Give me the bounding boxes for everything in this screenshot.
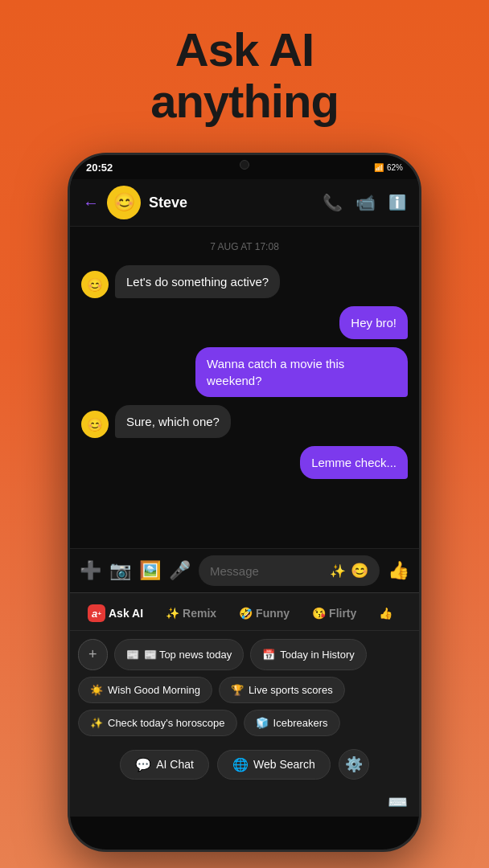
remix-icon: ✨ bbox=[166, 607, 179, 620]
emoji-picker-icon[interactable]: 😊 bbox=[351, 562, 368, 579]
tab-more[interactable]: 👍 bbox=[369, 602, 402, 624]
gear-icon: ⚙️ bbox=[345, 755, 363, 773]
tab-remix[interactable]: ✨ Remix bbox=[156, 602, 226, 624]
tab-flirty[interactable]: 😘 Flirty bbox=[302, 602, 366, 624]
image-icon[interactable]: 🖼️ bbox=[139, 560, 161, 581]
send-button[interactable]: 👍 bbox=[388, 560, 409, 581]
funny-icon: 🤣 bbox=[239, 607, 253, 620]
phone-side-button bbox=[420, 316, 421, 364]
chip-horoscope[interactable]: ✨ Check today's horoscope bbox=[78, 710, 237, 736]
msg-avatar: 😊 bbox=[81, 411, 109, 438]
more-icon: 👍 bbox=[379, 607, 392, 620]
contact-name: Steve bbox=[149, 194, 187, 211]
chip-row-3: ✨ Check today's horoscope 🧊 Icebreakers bbox=[78, 710, 411, 736]
message-row: 😊 Let's do something active? bbox=[81, 265, 408, 298]
chip-row-2: ☀️ Wish Good Morning 🏆 Live sports score… bbox=[78, 677, 411, 703]
status-bar: 20:52 📶 62% bbox=[70, 155, 419, 179]
add-icon[interactable]: ➕ bbox=[80, 560, 101, 581]
mic-icon[interactable]: 🎤 bbox=[169, 560, 191, 581]
news-icon: 📰 bbox=[126, 649, 139, 661]
tab-funny[interactable]: 🤣 Funny bbox=[229, 602, 299, 624]
chat-icon: 💬 bbox=[135, 757, 151, 772]
msg-avatar: 😊 bbox=[81, 271, 109, 298]
bottom-actions: 💬 AI Chat 🌐 Web Search ⚙️ bbox=[70, 743, 419, 788]
chip-good-morning[interactable]: ☀️ Wish Good Morning bbox=[78, 677, 212, 703]
chip-top-news[interactable]: 📰 📰 Top news today bbox=[114, 639, 244, 670]
message-bubble: Lemme check... bbox=[300, 446, 408, 479]
chip-sports[interactable]: 🏆 Live sports scores bbox=[219, 677, 345, 703]
chip-row-1: + 📰 📰 Top news today 📅 Today in History bbox=[78, 639, 411, 670]
chip-icebreakers[interactable]: 🧊 Icebreakers bbox=[244, 710, 340, 736]
message-input-bar: ➕ 📷 🖼️ 🎤 Message ✨ 😊 👍 bbox=[70, 548, 419, 592]
info-icon[interactable]: ℹ️ bbox=[388, 194, 406, 211]
add-chip[interactable]: + bbox=[78, 639, 108, 670]
ai-chat-button[interactable]: 💬 AI Chat bbox=[120, 750, 209, 780]
ai-chips-area: + 📰 📰 Top news today 📅 Today in History … bbox=[70, 631, 419, 743]
message-bubble: Sure, which one? bbox=[115, 405, 231, 438]
trophy-icon: 🏆 bbox=[231, 684, 244, 696]
status-time: 20:52 bbox=[86, 162, 113, 174]
chat-header-left: ← 😊 Steve bbox=[83, 186, 187, 219]
horoscope-icon: ✨ bbox=[90, 717, 103, 729]
chat-header-actions: 📞 📹 ℹ️ bbox=[323, 193, 406, 212]
wifi-icon: 📶 bbox=[374, 163, 384, 172]
video-call-icon[interactable]: 📹 bbox=[355, 193, 376, 212]
ai-tabs: a+ Ask AI ✨ Remix 🤣 Funny 😘 Flirty 👍 bbox=[70, 593, 419, 631]
ask-ai-icon: a+ bbox=[88, 604, 105, 622]
calendar-icon: 📅 bbox=[262, 649, 275, 661]
chat-header: ← 😊 Steve 📞 📹 ℹ️ bbox=[70, 179, 419, 227]
header-text: Ask AI anything bbox=[16, 24, 473, 127]
message-bubble: Hey bro! bbox=[339, 306, 408, 339]
keyboard-bar: ⌨️ bbox=[70, 788, 419, 817]
flirty-icon: 😘 bbox=[312, 607, 326, 620]
input-action-icons: ✨ 😊 bbox=[330, 562, 368, 579]
ai-sparkle-icon[interactable]: ✨ bbox=[330, 563, 346, 579]
message-row: 😊 Sure, which one? bbox=[81, 405, 408, 438]
page-header: Ask AI anything bbox=[0, 0, 489, 143]
icebreaker-icon: 🧊 bbox=[256, 717, 269, 729]
settings-button[interactable]: ⚙️ bbox=[339, 749, 369, 780]
phone-camera bbox=[240, 160, 249, 170]
camera-icon[interactable]: 📷 bbox=[109, 560, 131, 581]
contact-avatar: 😊 bbox=[107, 186, 141, 219]
phone-call-icon[interactable]: 📞 bbox=[323, 193, 343, 212]
sun-icon: ☀️ bbox=[90, 684, 103, 696]
keyboard-icon[interactable]: ⌨️ bbox=[388, 792, 408, 812]
chat-timestamp: 7 AUG AT 17:08 bbox=[81, 241, 408, 252]
battery-icon: 62% bbox=[387, 163, 403, 172]
tab-ask-ai[interactable]: a+ Ask AI bbox=[78, 600, 153, 627]
chip-today-history[interactable]: 📅 Today in History bbox=[250, 639, 366, 670]
message-input[interactable]: Message ✨ 😊 bbox=[199, 555, 380, 586]
back-button[interactable]: ← bbox=[83, 194, 99, 212]
input-placeholder: Message bbox=[210, 564, 259, 578]
message-bubble: Let's do something active? bbox=[115, 265, 280, 298]
web-search-button[interactable]: 🌐 Web Search bbox=[217, 750, 331, 780]
message-row: Hey bro! bbox=[81, 306, 408, 339]
ai-panel: a+ Ask AI ✨ Remix 🤣 Funny 😘 Flirty 👍 + bbox=[70, 592, 419, 817]
globe-icon: 🌐 bbox=[232, 757, 249, 772]
message-row: Wanna catch a movie this weekend? bbox=[81, 347, 408, 397]
chat-messages: 7 AUG AT 17:08 😊 Let's do something acti… bbox=[70, 227, 419, 548]
message-bubble: Wanna catch a movie this weekend? bbox=[195, 347, 408, 397]
phone-mockup: 20:52 📶 62% ← 😊 Steve 📞 📹 ℹ️ 7 AUG AT 17… bbox=[68, 153, 421, 852]
status-icons: 📶 62% bbox=[374, 163, 403, 172]
message-row: Lemme check... bbox=[81, 446, 408, 479]
